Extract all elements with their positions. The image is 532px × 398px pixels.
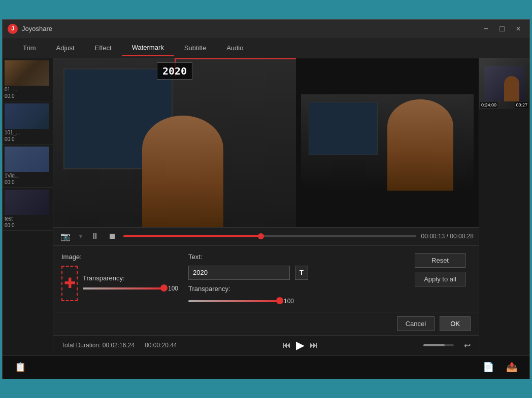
sidebar-thumb-0 (5, 60, 49, 86)
tab-effect[interactable]: Effect (85, 40, 122, 56)
playback-controls: ⏮ ▶ ⏭ (283, 339, 318, 352)
sidebar-item-2[interactable]: 1Vid... 00:0 (3, 144, 53, 188)
sidebar-label-2: 1Vid... (5, 173, 51, 178)
total-duration-label: Total Duration: 00:02:16.24 (61, 342, 135, 349)
cancel-button[interactable]: Cancel (397, 316, 435, 331)
play-button[interactable]: ▶ (296, 339, 305, 352)
text-transparency-slider-container: 100 (188, 298, 405, 305)
screenshot-dropdown-icon[interactable]: ▼ (78, 233, 84, 240)
watermark-line-h (175, 58, 296, 59)
right-screen-bg (309, 102, 378, 155)
settings-actions: Reset Apply to all (410, 253, 471, 305)
maximize-button[interactable]: □ (496, 23, 508, 35)
sidebar-label-1: 101_... (5, 130, 51, 135)
progress-fill (123, 235, 261, 237)
thumb-person (504, 76, 519, 101)
tab-adjust[interactable]: Adjust (46, 40, 85, 56)
dialog-buttons-bar: Cancel OK (53, 312, 479, 335)
sidebar-thumb-1 (5, 103, 49, 129)
loop-button[interactable]: ↩ (464, 341, 471, 350)
image-upload-area[interactable]: ✚ (61, 266, 78, 301)
settings-text-section: Text: T Transparency: 100 (188, 253, 405, 305)
current-time-display: 00:00:20.44 (145, 342, 177, 349)
text-input-row: T (188, 266, 405, 280)
settings-panel: Image: ✚ Transparency: (53, 245, 479, 312)
video-bg-left (53, 58, 296, 227)
menu-tabs: Trim Adjust Effect Watermark Subtitle Au… (3, 38, 529, 58)
tab-trim[interactable]: Trim (13, 40, 46, 56)
text-format-button[interactable]: T (295, 266, 308, 280)
right-person (387, 99, 453, 191)
right-thumb-times: 0:24:00 00:27 (479, 102, 529, 108)
text-input-field[interactable] (188, 266, 290, 280)
image-transparency-slider-container: 100 (83, 285, 183, 292)
skip-forward-button[interactable]: ⏭ (310, 341, 318, 350)
close-button[interactable]: × (512, 23, 524, 35)
ok-button[interactable]: OK (440, 316, 471, 331)
controls-bar: 📷 ▼ ⏸ ⏹ 00:00:13 / 00:00:28 (53, 227, 479, 245)
app-window: J Joyoshare − □ × Trim Adjust Effect Wat… (2, 19, 530, 379)
volume-fill (423, 344, 445, 346)
sidebar-item-0[interactable]: 01_... 00:0 (3, 58, 53, 101)
image-transparency-value: 100 (168, 285, 183, 292)
video-panel-right (296, 58, 479, 227)
footer-bar: 📋 📄 📤 (3, 355, 529, 379)
thumb-time-end: 00:27 (515, 102, 528, 108)
text-transparency-row: Transparency: (188, 285, 405, 293)
tab-subtitle[interactable]: Subtitle (174, 40, 216, 56)
right-thumbnail[interactable]: 0:24:00 00:27 (479, 58, 529, 109)
sidebar-time-1: 00:0 (5, 136, 51, 142)
image-label: Image: (61, 253, 183, 261)
image-transparency-slider[interactable] (83, 287, 164, 290)
transparency-label-image: Transparency: (83, 274, 183, 282)
video-left-mock: 2020 (53, 58, 296, 227)
settings-image-section: Image: ✚ Transparency: (61, 253, 183, 305)
title-bar: J Joyoshare − □ × (3, 20, 529, 38)
app-title: Joyoshare (22, 25, 480, 32)
video-panel-left: 2020 (53, 58, 296, 227)
progress-bar[interactable] (123, 235, 416, 237)
sidebar-item-3[interactable]: test 00:0 (3, 188, 53, 231)
footer-icon-export[interactable]: 📤 (502, 359, 521, 375)
footer-icons-right: 📄 📤 (479, 359, 521, 375)
volume-slider[interactable] (423, 344, 454, 346)
sidebar-time-0: 00:0 (5, 93, 51, 99)
window-controls: − □ × (480, 23, 524, 35)
plus-icon: ✚ (64, 275, 76, 292)
watermark-overlay: 2020 (157, 62, 192, 80)
footer-icon-left[interactable]: 📋 (11, 359, 30, 375)
app-logo: J (8, 24, 18, 34)
tab-watermark[interactable]: Watermark (122, 40, 174, 56)
minimize-button[interactable]: − (480, 23, 492, 35)
person-silhouette (142, 116, 223, 227)
sidebar-time-2: 00:0 (5, 179, 51, 185)
progress-thumb (258, 233, 264, 239)
apply-to-all-button[interactable]: Apply to all (415, 272, 466, 286)
time-display: 00:00:13 / 00:00:28 (421, 233, 474, 240)
sidebar-label-3: test (5, 216, 51, 222)
image-settings-right: Transparency: 100 (83, 274, 183, 292)
right-panel: 0:24:00 00:27 (479, 58, 529, 355)
right-thumb-inner (479, 58, 529, 109)
reset-button[interactable]: Reset (415, 253, 466, 268)
text-slider-fill (188, 300, 280, 302)
volume-control (423, 344, 454, 346)
pause-button[interactable]: ⏸ (89, 231, 101, 242)
sidebar-item-1[interactable]: 101_... 00:0 (3, 101, 53, 144)
image-slider-fill (83, 287, 164, 290)
thumb-time-start: 0:24:00 (480, 102, 497, 108)
sidebar-label-0: 01_... (5, 87, 51, 92)
image-row: ✚ Transparency: 100 (61, 266, 183, 301)
screenshot-button[interactable]: 📷 (58, 231, 73, 242)
skip-back-button[interactable]: ⏮ (283, 341, 291, 350)
stop-button[interactable]: ⏹ (106, 231, 118, 242)
footer-icon-copy[interactable]: 📄 (479, 359, 498, 375)
text-label: Text: (188, 253, 405, 261)
video-right-inner (301, 94, 474, 191)
video-area: 2020 📷 ▼ ⏸ ⏹ (53, 58, 479, 355)
text-transparency-slider[interactable] (188, 300, 280, 302)
tab-audio[interactable]: Audio (216, 40, 253, 56)
main-content: 01_... 00:0 101_... 00:0 1Vid... 00:0 (3, 58, 529, 355)
sidebar-thumb-2 (5, 147, 49, 172)
video-panels: 2020 (53, 58, 479, 227)
